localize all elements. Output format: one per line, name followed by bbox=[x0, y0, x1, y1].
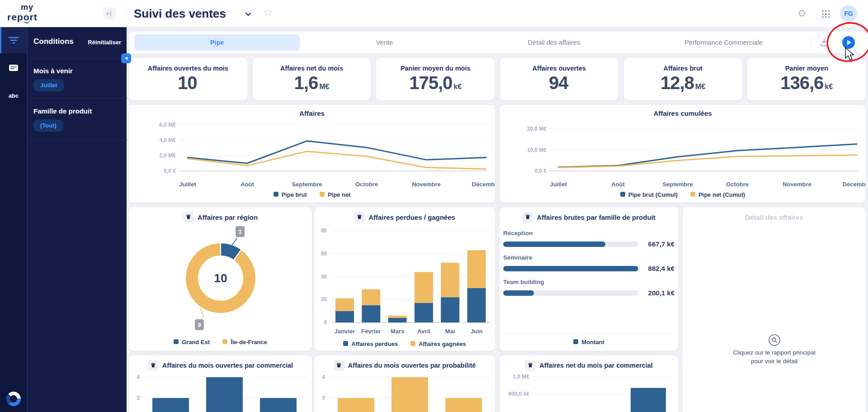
svg-text:Février: Février bbox=[361, 328, 381, 335]
collapse-sidebar-icon[interactable] bbox=[103, 7, 116, 20]
collapse-panel-arrow[interactable]: ◀ bbox=[121, 53, 131, 63]
conditions-panel: Conditions Réinitialiser Mois à venir Ju… bbox=[27, 27, 127, 412]
abc-icon: abc bbox=[9, 92, 19, 99]
svg-text:10: 10 bbox=[214, 271, 227, 285]
svg-text:1,0 M€: 1,0 M€ bbox=[513, 374, 529, 380]
tab-pipe[interactable]: Pipe bbox=[134, 34, 300, 51]
filter-label-product-family: Famille de produit bbox=[33, 107, 92, 115]
svg-text:Août: Août bbox=[241, 181, 254, 188]
tab-vente[interactable]: Vente bbox=[300, 32, 469, 53]
apps-grid-icon[interactable] bbox=[822, 10, 830, 18]
kpi-card: Panier moyen du mois175,0k€ bbox=[376, 58, 495, 100]
svg-text:Juillet: Juillet bbox=[179, 181, 196, 188]
chart-affaires[interactable]: Affaires 0,0 €2,0 M€4,0 M€6,0 M€JuilletA… bbox=[129, 105, 495, 203]
page-title: Suivi des ventes bbox=[134, 0, 226, 27]
svg-text:Avril: Avril bbox=[417, 328, 430, 335]
svg-text:Décembre: Décembre bbox=[843, 181, 866, 188]
download-icon[interactable] bbox=[819, 37, 830, 48]
tab-bar: Pipe Vente Détail des affaires Performan… bbox=[129, 32, 868, 53]
crown-icon: ♛ bbox=[525, 360, 536, 371]
svg-text:Janvier: Janvier bbox=[335, 328, 355, 335]
tab-detail-affaires[interactable]: Détail des affaires bbox=[469, 32, 639, 53]
crown-icon: ♛ bbox=[183, 212, 194, 223]
svg-text:3: 3 bbox=[322, 395, 325, 401]
svg-text:Octobre: Octobre bbox=[726, 181, 749, 188]
myreport-dashboard: my report Suivi des ventes ☆ ⚙ FG abc Co… bbox=[0, 0, 868, 412]
crown-icon: ♛ bbox=[334, 360, 344, 371]
svg-text:Novembre: Novembre bbox=[783, 181, 811, 188]
svg-text:20,0 M€: 20,0 M€ bbox=[527, 126, 547, 132]
svg-text:4: 4 bbox=[137, 374, 140, 380]
svg-text:1: 1 bbox=[239, 229, 242, 235]
kpi-row: Affaires ouvertes du mois10 Affaires net… bbox=[129, 58, 866, 100]
svg-text:0,0 €: 0,0 € bbox=[534, 168, 547, 174]
filter-value-month[interactable]: Juillet bbox=[33, 79, 64, 91]
kpi-card: Affaires net du mois1,6M€ bbox=[253, 58, 371, 100]
svg-text:0,0 €: 0,0 € bbox=[164, 168, 176, 174]
svg-text:Mars: Mars bbox=[391, 328, 404, 335]
svg-text:10,0 M€: 10,0 M€ bbox=[527, 147, 547, 153]
svg-text:800,0 k€: 800,0 k€ bbox=[508, 391, 529, 397]
sidebar-item-abc[interactable]: abc bbox=[0, 82, 27, 109]
panel-divider bbox=[28, 98, 127, 99]
play-button[interactable] bbox=[842, 36, 855, 49]
svg-text:Octobre: Octobre bbox=[355, 181, 378, 188]
favorite-star-icon[interactable]: ☆ bbox=[263, 6, 273, 19]
svg-text:4,0 M€: 4,0 M€ bbox=[159, 137, 176, 143]
svg-text:2,0 M€: 2,0 M€ bbox=[159, 152, 176, 159]
svg-text:Décembre: Décembre bbox=[472, 181, 495, 188]
myreport-logo: my report bbox=[7, 3, 38, 22]
chevron-down-icon[interactable] bbox=[245, 12, 251, 16]
svg-text:9: 9 bbox=[198, 322, 201, 328]
svg-text:4: 4 bbox=[322, 374, 325, 380]
panel-divider bbox=[28, 139, 127, 140]
kpi-card: Affaires ouvertes du mois10 bbox=[129, 58, 247, 100]
svg-text:20: 20 bbox=[321, 296, 327, 303]
svg-text:Mai: Mai bbox=[445, 328, 455, 335]
svg-text:3: 3 bbox=[137, 395, 140, 401]
svg-text:Septembre: Septembre bbox=[292, 181, 322, 188]
chart-affaires-brutes-famille[interactable]: ♛Affaires brutes par famille de produit … bbox=[500, 207, 678, 351]
chart-affaires-perdues-gagnees[interactable]: ♛Affaires perdues / gagnées 020406080Jan… bbox=[314, 207, 495, 351]
kpi-card: Affaires ouvertes94 bbox=[500, 58, 618, 100]
filter-funnel-icon bbox=[9, 37, 19, 44]
svg-text:Novembre: Novembre bbox=[412, 181, 441, 188]
header-divider bbox=[126, 6, 126, 21]
reset-filters-button[interactable]: Réinitialiser bbox=[88, 39, 121, 46]
svg-text:60: 60 bbox=[321, 251, 327, 257]
sidebar-item-filters[interactable] bbox=[0, 27, 27, 53]
filter-label-month: Mois à venir bbox=[33, 67, 73, 75]
kpi-card: Panier moyen136,6k€ bbox=[747, 58, 866, 100]
comment-icon bbox=[9, 64, 19, 72]
chart-net-mois-commercial[interactable]: ♛Affaires net du mois par commercial 1,0… bbox=[500, 355, 678, 412]
kpi-card: Affaires brut12,8M€ bbox=[624, 58, 742, 100]
crown-icon: ♛ bbox=[354, 212, 365, 223]
svg-text:Septembre: Septembre bbox=[662, 181, 693, 188]
svg-text:Juillet: Juillet bbox=[550, 181, 567, 188]
tab-performance-commerciale[interactable]: Performance Commerciale bbox=[639, 32, 808, 53]
top-bar: my report Suivi des ventes ☆ ⚙ FG bbox=[0, 0, 868, 27]
panel-divider bbox=[28, 58, 127, 59]
crown-icon: ♛ bbox=[522, 212, 533, 223]
svg-text:Juin: Juin bbox=[471, 328, 483, 335]
toolbar-divider bbox=[811, 36, 811, 49]
conditions-title: Conditions bbox=[33, 37, 74, 46]
svg-text:80: 80 bbox=[321, 227, 327, 234]
svg-text:6,0 M€: 6,0 M€ bbox=[159, 122, 176, 128]
magnifier-icon bbox=[768, 334, 781, 346]
detail-affaires-panel[interactable]: Détail des affaires Cliquez sur le rappo… bbox=[683, 207, 866, 412]
sidebar-item-comments[interactable] bbox=[0, 55, 27, 81]
myreport-swirl-logo bbox=[6, 392, 21, 406]
avatar[interactable]: FG bbox=[840, 5, 857, 22]
chart-affaires-par-region[interactable]: ♛Affaires par région 1019 Grand EstÎle-d… bbox=[129, 207, 312, 351]
svg-text:Août: Août bbox=[611, 181, 625, 188]
chart-affaires-cumulees[interactable]: Affaires cumulées 0,0 €10,0 M€20,0 M€Jui… bbox=[500, 105, 866, 203]
chart-mois-ouvertes-commercial[interactable]: ♛Affaires du mois ouvertes par commercia… bbox=[129, 355, 312, 412]
svg-text:40: 40 bbox=[321, 274, 327, 280]
settings-gear-icon[interactable]: ⚙ bbox=[797, 8, 807, 19]
icon-rail: abc bbox=[0, 27, 27, 412]
filter-value-product-family[interactable]: (Tout) bbox=[33, 119, 63, 132]
chart-mois-ouvertes-probabilite[interactable]: ♛Affaires du mois ouvertes par probabili… bbox=[314, 355, 495, 412]
svg-text:0: 0 bbox=[324, 319, 327, 326]
crown-icon: ♛ bbox=[148, 360, 159, 371]
